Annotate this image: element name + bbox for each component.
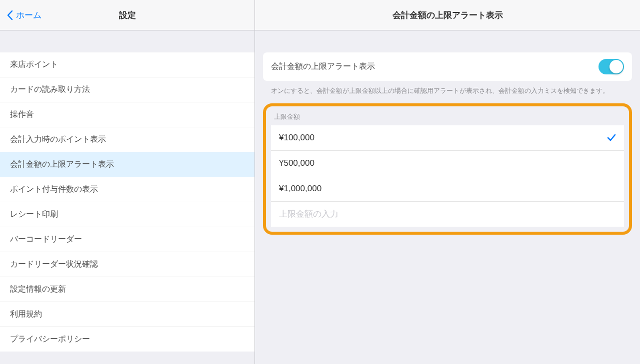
settings-item-8[interactable]: カードリーダー状況確認 — [0, 252, 254, 277]
amount-option-label: ¥100,000 — [279, 133, 314, 143]
settings-item-9[interactable]: 設定情報の更新 — [0, 277, 254, 302]
detail-panel: 会計金額の上限アラート表示 会計金額の上限アラート表示 オンにすると、会計金額が… — [255, 0, 640, 364]
amount-option-2[interactable]: ¥1,000,000 — [271, 176, 624, 202]
back-button[interactable]: ホーム — [0, 9, 42, 21]
amount-options-list: ¥100,000¥500,000¥1,000,000 — [271, 125, 624, 227]
settings-item-2[interactable]: 操作音 — [0, 102, 254, 127]
amount-custom-input[interactable] — [271, 202, 624, 227]
amount-option-1[interactable]: ¥500,000 — [271, 151, 624, 176]
amount-option-label: ¥500,000 — [279, 158, 314, 168]
back-label: ホーム — [16, 9, 42, 21]
left-nav-title: 設定 — [119, 9, 136, 21]
amount-option-label: ¥1,000,000 — [279, 184, 322, 194]
settings-item-3[interactable]: 会計入力時のポイント表示 — [0, 127, 254, 152]
settings-item-4[interactable]: 会計金額の上限アラート表示 — [0, 152, 254, 177]
toggle-description: オンにすると、会計金額が上限金額以上の場合に確認用アラートが表示され、会計金額の… — [263, 81, 632, 96]
settings-item-6[interactable]: レシート印刷 — [0, 202, 254, 227]
toggle-label: 会計金額の上限アラート表示 — [271, 61, 375, 72]
settings-item-10[interactable]: 利用規約 — [0, 302, 254, 327]
amount-option-0[interactable]: ¥100,000 — [271, 125, 624, 151]
checkmark-icon — [607, 133, 616, 142]
amount-section-highlight: 上限金額 ¥100,000¥500,000¥1,000,000 — [263, 103, 632, 235]
alert-toggle-row: 会計金額の上限アラート表示 — [263, 52, 632, 81]
amount-section-header: 上限金額 — [266, 109, 629, 125]
settings-item-11[interactable]: プライバシーポリシー — [0, 327, 254, 352]
right-nav-bar: 会計金額の上限アラート表示 — [255, 0, 640, 30]
settings-item-5[interactable]: ポイント付与件数の表示 — [0, 177, 254, 202]
toggle-thumb — [610, 60, 623, 73]
settings-item-0[interactable]: 来店ポイント — [0, 52, 254, 77]
chevron-left-icon — [7, 10, 13, 20]
settings-item-7[interactable]: バーコードリーダー — [0, 227, 254, 252]
left-nav-bar: ホーム 設定 — [0, 0, 254, 30]
alert-toggle-switch[interactable] — [598, 59, 624, 74]
settings-sidebar: ホーム 設定 来店ポイントカードの読み取り方法操作音会計入力時のポイント表示会計… — [0, 0, 255, 364]
right-nav-title: 会計金額の上限アラート表示 — [392, 9, 503, 21]
settings-item-1[interactable]: カードの読み取り方法 — [0, 77, 254, 102]
detail-content: 会計金額の上限アラート表示 オンにすると、会計金額が上限金額以上の場合に確認用ア… — [255, 30, 640, 235]
settings-list: 来店ポイントカードの読み取り方法操作音会計入力時のポイント表示会計金額の上限アラ… — [0, 52, 254, 352]
